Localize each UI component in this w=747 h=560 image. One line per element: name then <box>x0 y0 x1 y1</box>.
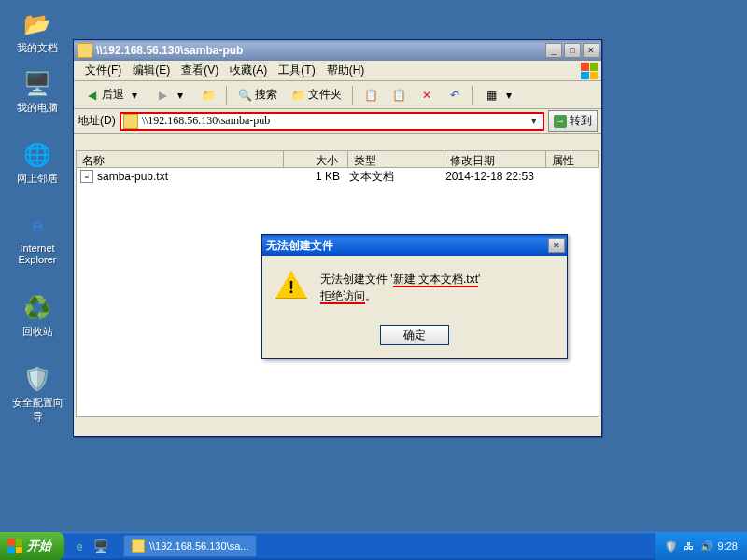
ql-desktop[interactable]: 🖥️ <box>92 537 110 555</box>
up-button[interactable]: 📁 <box>196 85 220 105</box>
move-to-button[interactable]: 📋 <box>359 85 383 105</box>
windows-flag-icon <box>7 539 22 553</box>
col-type[interactable]: 类型 <box>348 151 444 167</box>
back-icon: ◀ <box>84 88 99 103</box>
shield-icon: 🛡️ <box>22 364 52 394</box>
views-button[interactable]: ▦▾ <box>479 85 521 105</box>
label: 我的文档 <box>7 41 67 55</box>
tray-volume-icon[interactable]: 🔊 <box>700 539 713 553</box>
copy-icon: 📋 <box>391 88 406 103</box>
text-file-icon: ≡ <box>80 170 93 183</box>
maximize-button[interactable]: □ <box>564 43 581 58</box>
ql-ie[interactable]: e <box>70 537 89 555</box>
undo-icon: ↶ <box>447 88 462 103</box>
col-attr[interactable]: 属性 <box>546 151 599 167</box>
dialog-title: 无法创建文件 <box>266 238 548 254</box>
menu-view[interactable]: 查看(V) <box>176 61 224 80</box>
folder-up-icon: 📁 <box>201 88 216 103</box>
back-button[interactable]: ◀后退▾ <box>79 84 147 105</box>
tray-network-icon[interactable]: 🖧 <box>683 539 696 553</box>
tray-security-icon[interactable]: 🛡️ <box>665 539 678 553</box>
desktop-icon-ie[interactable]: eInternet Explorer <box>7 211 67 265</box>
search-button[interactable]: 🔍搜索 <box>233 84 282 105</box>
menu-file[interactable]: 文件(F) <box>79 61 127 80</box>
warning-icon: ! <box>275 271 307 299</box>
search-icon: 🔍 <box>237 88 252 103</box>
dialog-message: 无法创建文件 '新建 文本文档.txt' 拒绝访问。 <box>320 271 480 304</box>
ok-button[interactable]: 确定 <box>380 325 449 345</box>
address-label: 地址(D) <box>78 113 116 129</box>
computer-icon: 🖥️ <box>22 69 52 99</box>
start-button[interactable]: 开始 <box>0 532 64 560</box>
ie-icon: e <box>22 211 52 241</box>
desktop-icon-network[interactable]: 🌐网上邻居 <box>7 140 67 186</box>
folder-icon <box>78 43 92 58</box>
label: 网上邻居 <box>7 172 67 186</box>
copy-to-button[interactable]: 📋 <box>387 85 411 105</box>
chevron-down-icon: ▾ <box>501 88 516 103</box>
label: 回收站 <box>7 325 67 339</box>
forward-button[interactable]: ▶▾ <box>150 85 192 105</box>
label: 我的电脑 <box>7 101 67 115</box>
chevron-down-icon: ▾ <box>127 88 142 103</box>
taskbar-item[interactable]: \\192.168.56.130\sa... <box>123 535 257 557</box>
menu-edit[interactable]: 编辑(E) <box>127 61 176 80</box>
address-dropdown[interactable]: ▾ <box>528 115 541 127</box>
undo-button[interactable]: ↶ <box>443 85 467 105</box>
forward-icon: ▶ <box>155 88 170 103</box>
label: Internet Explorer <box>7 243 67 265</box>
col-name[interactable]: 名称 <box>77 151 284 167</box>
close-button[interactable]: ✕ <box>548 238 565 253</box>
clock[interactable]: 9:28 <box>718 540 738 552</box>
close-button[interactable]: ✕ <box>583 43 599 58</box>
folder-tree-icon: 📁 <box>290 88 305 103</box>
windows-flag-icon <box>581 63 598 79</box>
col-size[interactable]: 大小 <box>284 151 348 167</box>
move-icon: 📋 <box>363 88 378 103</box>
statusbar <box>74 133 601 150</box>
quick-launch: e 🖥️ <box>64 537 116 555</box>
address-bar: 地址(D) ▾ →转到 <box>74 109 601 133</box>
menu-tools[interactable]: 工具(T) <box>273 61 320 80</box>
toolbar: ◀后退▾ ▶▾ 📁 🔍搜索 📁文件夹 📋 📋 ✕ ↶ ▦▾ <box>74 81 601 109</box>
label: 安全配置向导 <box>7 396 67 424</box>
folders-button[interactable]: 📁文件夹 <box>286 84 346 105</box>
desktop-icon-recycle[interactable]: ♻️回收站 <box>7 293 67 339</box>
desktop-icon-computer[interactable]: 🖥️我的电脑 <box>7 69 67 115</box>
network-icon: 🌐 <box>22 140 52 170</box>
chevron-down-icon: ▾ <box>173 88 188 103</box>
desktop-icon-security[interactable]: 🛡️安全配置向导 <box>7 364 67 424</box>
menubar: 文件(F) 编辑(E) 查看(V) 收藏(A) 工具(T) 帮助(H) <box>74 61 601 81</box>
window-title: \\192.168.56.130\samba-pub <box>96 44 545 57</box>
recycle-icon: ♻️ <box>22 293 52 323</box>
views-icon: ▦ <box>484 88 499 103</box>
address-input[interactable] <box>142 114 528 128</box>
error-dialog: 无法创建文件 ✕ ! 无法创建文件 '新建 文本文档.txt' 拒绝访问。 确定 <box>261 234 568 359</box>
column-headers: 名称 大小 类型 修改日期 属性 <box>77 151 599 168</box>
go-button[interactable]: →转到 <box>548 110 598 132</box>
menu-favorites[interactable]: 收藏(A) <box>224 61 273 80</box>
col-date[interactable]: 修改日期 <box>444 151 546 167</box>
delete-button[interactable]: ✕ <box>415 85 439 105</box>
list-item[interactable]: ≡samba-pub.txt 1 KB 文本文档 2014-12-18 22:5… <box>77 168 599 185</box>
address-input-wrapper[interactable]: ▾ <box>120 112 544 131</box>
folder-icon: 📂 <box>22 9 52 39</box>
folder-icon <box>123 114 138 129</box>
dialog-titlebar[interactable]: 无法创建文件 ✕ <box>262 235 567 256</box>
system-tray: 🛡️ 🖧 🔊 9:28 <box>655 532 747 560</box>
minimize-button[interactable]: _ <box>545 43 562 58</box>
taskbar: 开始 e 🖥️ \\192.168.56.130\sa... 🛡️ 🖧 🔊 9:… <box>0 532 747 560</box>
menu-help[interactable]: 帮助(H) <box>321 61 371 80</box>
go-arrow-icon: → <box>554 115 567 128</box>
desktop-icon-documents[interactable]: 📂我的文档 <box>7 9 67 55</box>
titlebar[interactable]: \\192.168.56.130\samba-pub _ □ ✕ <box>74 40 601 61</box>
delete-icon: ✕ <box>419 88 434 103</box>
folder-icon <box>132 539 145 553</box>
